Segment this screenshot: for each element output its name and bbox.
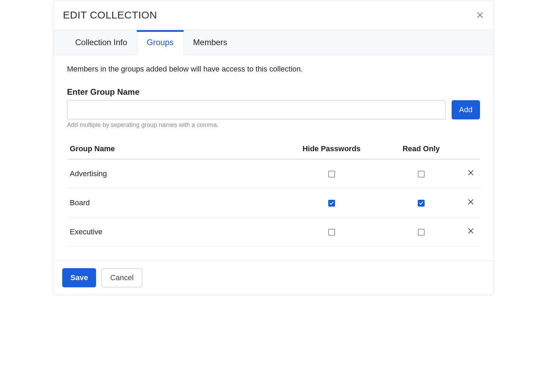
table-row: Executive [67,218,480,247]
read-only-checkbox[interactable] [418,200,425,207]
hide-passwords-checkbox[interactable] [328,229,335,236]
group-name-cell: Executive [67,218,282,247]
hide-passwords-checkbox[interactable] [328,171,335,178]
groups-table: Group Name Hide Passwords Read Only Adve… [67,139,480,247]
add-group-button[interactable]: Add [452,100,480,119]
col-header-hide-passwords: Hide Passwords [282,139,381,159]
tab-groups[interactable]: Groups [137,30,184,55]
tab-members[interactable]: Members [184,30,237,55]
modal-header: EDIT COLLECTION [53,0,494,30]
edit-collection-modal: EDIT COLLECTION Collection Info Groups M… [53,0,494,295]
tab-collection-info[interactable]: Collection Info [66,30,137,55]
read-only-checkbox[interactable] [418,229,425,236]
cancel-button[interactable]: Cancel [102,268,142,287]
modal-footer: Save Cancel [53,260,494,295]
hide-passwords-checkbox[interactable] [328,200,335,207]
table-row: Board [67,188,480,218]
modal-title: EDIT COLLECTION [63,9,157,21]
remove-row-icon[interactable] [465,225,477,237]
groups-intro-text: Members in the groups added below will h… [67,65,480,74]
remove-row-icon[interactable] [465,196,477,208]
table-row: Advertising [67,159,480,188]
group-name-label: Enter Group Name [67,87,480,97]
modal-close-icon[interactable] [476,11,484,19]
group-name-hint: Add multiple by seperating group names w… [67,121,480,129]
col-header-read-only: Read Only [381,139,462,159]
save-button[interactable]: Save [62,268,96,287]
group-name-cell: Advertising [67,159,282,188]
read-only-checkbox[interactable] [418,171,425,178]
tab-strip: Collection Info Groups Members [53,30,494,55]
group-name-input[interactable] [67,100,445,119]
col-header-group-name: Group Name [67,139,282,159]
group-name-cell: Board [67,188,282,218]
remove-row-icon[interactable] [465,167,477,179]
group-name-input-row: Add [67,100,480,119]
tab-content-groups: Members in the groups added below will h… [53,55,494,260]
